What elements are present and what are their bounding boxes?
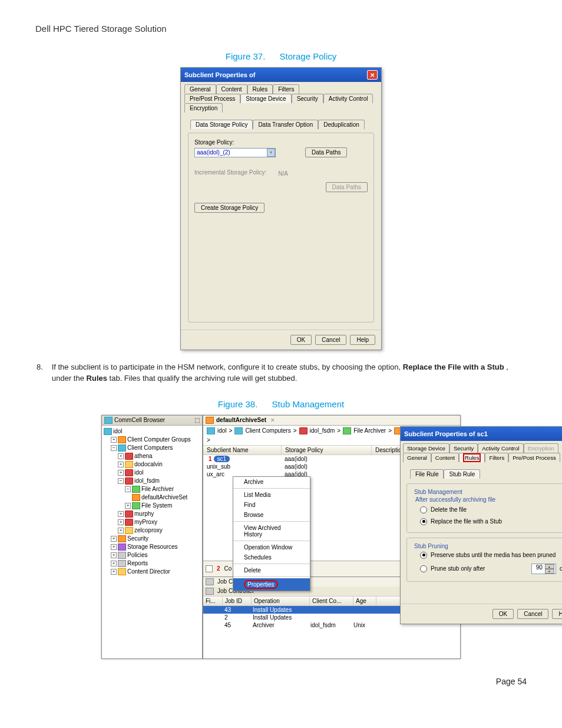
- jcol-age[interactable]: Age: [353, 597, 376, 605]
- tab-rules[interactable]: Rules: [247, 84, 273, 94]
- subtab-data-transfer[interactable]: Data Transfer Option: [253, 120, 318, 129]
- tab-content[interactable]: Content: [216, 84, 247, 94]
- expand-icon[interactable]: +: [111, 561, 117, 566]
- subtab-dedup[interactable]: Deduplication: [318, 120, 365, 129]
- menu-archive[interactable]: Archive: [233, 477, 310, 487]
- expand-icon[interactable]: +: [125, 503, 131, 509]
- dialog2-titlebar[interactable]: Subclient Properties of sc1 ✕: [401, 427, 562, 441]
- tree-athena[interactable]: +athena: [104, 452, 200, 460]
- tab-general[interactable]: General: [184, 84, 216, 94]
- tree-security[interactable]: +Security: [104, 535, 200, 543]
- menu-list-media[interactable]: List Media: [233, 490, 310, 500]
- commcell-browser-header[interactable]: CommCell Browser ⬚: [102, 416, 202, 426]
- tab-prepost[interactable]: Pre/Post Process: [184, 94, 240, 103]
- ok-button[interactable]: OK: [290, 335, 312, 345]
- tree-dodocalvin[interactable]: +dodocalvin: [104, 460, 200, 469]
- tab2-storage-device[interactable]: Storage Device: [403, 443, 449, 453]
- storage-policy-combo[interactable]: aaa(idol)_(2) ▾: [194, 148, 276, 157]
- tab-filters[interactable]: Filters: [273, 84, 299, 94]
- opt-replace-stub[interactable]: Replace the file with a Stub: [412, 516, 562, 528]
- collapse-icon[interactable]: −: [118, 478, 124, 484]
- tab-defaultarchiveset[interactable]: defaultArchiveSet: [216, 417, 266, 423]
- expand-icon[interactable]: +: [111, 437, 117, 443]
- opt-prune-after[interactable]: Prune stub only after 90 ▴▾ days: [412, 561, 562, 577]
- expand-icon[interactable]: +: [118, 462, 124, 467]
- pin-icon[interactable]: ⬚: [194, 417, 200, 423]
- close-icon[interactable]: ✕: [367, 70, 378, 80]
- dialog-titlebar[interactable]: Subclient Properties of ✕: [181, 68, 381, 82]
- radio-icon[interactable]: [420, 506, 427, 513]
- help-button[interactable]: Help: [552, 609, 562, 619]
- cancel-button[interactable]: Cancel: [315, 335, 346, 345]
- tab2-general[interactable]: General: [403, 453, 431, 462]
- menu-view-archived-history[interactable]: View Archived History: [233, 523, 310, 539]
- subtab-data-storage-policy[interactable]: Data Storage Policy: [190, 120, 253, 129]
- close-tab-icon[interactable]: ✕: [270, 417, 275, 423]
- expand-icon[interactable]: +: [118, 470, 124, 476]
- expand-icon[interactable]: +: [111, 544, 117, 550]
- bc-idol[interactable]: idol: [217, 427, 227, 434]
- tab-security[interactable]: Security: [292, 94, 323, 103]
- opt-delete-file[interactable]: Delete the file: [412, 504, 562, 516]
- tree-ccg[interactable]: +Client Computer Groups: [104, 436, 200, 444]
- days-spinner[interactable]: 90 ▴▾: [531, 564, 556, 574]
- bc-archiver[interactable]: File Archiver: [353, 427, 386, 434]
- tree-idol[interactable]: +idol: [104, 469, 200, 477]
- col-storage-policy[interactable]: Storage Policy: [282, 446, 372, 454]
- tab-encryption[interactable]: Encryption: [184, 103, 223, 113]
- tree-file-system[interactable]: +File System: [104, 502, 200, 510]
- bc-clients[interactable]: Client Computers: [245, 427, 290, 434]
- menu-find[interactable]: Find: [233, 500, 310, 510]
- col-subclient-name[interactable]: Subclient Name: [203, 446, 282, 454]
- spin-up-icon[interactable]: ▴: [545, 564, 554, 569]
- tree-file-archiver[interactable]: −File Archiver: [104, 485, 200, 493]
- menu-schedules[interactable]: Schedules: [233, 552, 310, 562]
- tree-reports[interactable]: +Reports: [104, 559, 200, 568]
- cell-sc1[interactable]: sc1: [214, 456, 230, 462]
- tree-zelcoproxy[interactable]: +zelcoproxy: [104, 526, 200, 535]
- cancel-button[interactable]: Cancel: [517, 609, 548, 619]
- expand-icon[interactable]: +: [118, 511, 124, 517]
- collapse-icon[interactable]: −: [125, 486, 131, 492]
- expand-icon[interactable]: +: [118, 528, 124, 533]
- chevron-down-icon[interactable]: ▾: [267, 149, 275, 157]
- tree-murphy[interactable]: +murphy: [104, 510, 200, 518]
- expand-icon[interactable]: +: [111, 536, 117, 542]
- tree-default-archiveset[interactable]: defaultArchiveSet: [104, 493, 200, 502]
- tree-root[interactable]: idol: [104, 427, 200, 436]
- collapse-icon[interactable]: −: [111, 445, 117, 451]
- jcol-fi[interactable]: Fi...: [203, 597, 223, 605]
- opt-preserve-stubs[interactable]: Preserve stubs until the media has been …: [412, 549, 562, 561]
- jcol-cc[interactable]: Client Co...: [310, 597, 353, 605]
- tab2-filters[interactable]: Filters: [485, 453, 508, 462]
- ok-button[interactable]: OK: [492, 609, 514, 619]
- tab2-content[interactable]: Content: [431, 453, 459, 462]
- tree-idol-fsdm[interactable]: −idol_fsdm: [104, 477, 200, 485]
- radio-icon[interactable]: [420, 518, 427, 525]
- menu-browse[interactable]: Browse: [233, 510, 310, 520]
- tab2-prepost[interactable]: Pre/Post Process: [508, 453, 560, 462]
- calendar-tab[interactable]: Co: [224, 565, 232, 572]
- subtab2-file-rule[interactable]: File Rule: [410, 469, 444, 479]
- expand-icon[interactable]: +: [118, 453, 124, 459]
- tree-myproxy[interactable]: +myProxy: [104, 518, 200, 526]
- tab-activity-control[interactable]: Activity Control: [323, 94, 373, 103]
- expand-icon[interactable]: +: [111, 552, 117, 558]
- menu-delete[interactable]: Delete: [233, 565, 310, 575]
- menu-properties[interactable]: Properties: [233, 578, 310, 591]
- expand-icon[interactable]: +: [118, 519, 124, 525]
- tab2-encryption[interactable]: Encryption: [524, 443, 558, 453]
- jcol-jobid[interactable]: Job ID: [223, 597, 252, 605]
- bc-idolfsdm[interactable]: idol_fsdm: [310, 427, 335, 434]
- jcol-op[interactable]: Operation: [252, 597, 310, 605]
- spin-down-icon[interactable]: ▾: [545, 569, 554, 574]
- expand-icon[interactable]: +: [111, 569, 117, 575]
- data-paths-button[interactable]: Data Paths: [305, 147, 347, 157]
- tree-storage-resources[interactable]: +Storage Resources: [104, 543, 200, 551]
- context-menu[interactable]: Archive List Media Find Browse View Arch…: [233, 476, 310, 591]
- tab2-security[interactable]: Security: [449, 443, 478, 453]
- tab2-activity[interactable]: Activity Control: [478, 443, 523, 453]
- create-storage-policy-button[interactable]: Create Storage Policy: [194, 203, 265, 213]
- tree-content-director[interactable]: +Content Director: [104, 568, 200, 576]
- help-button[interactable]: Help: [350, 335, 375, 345]
